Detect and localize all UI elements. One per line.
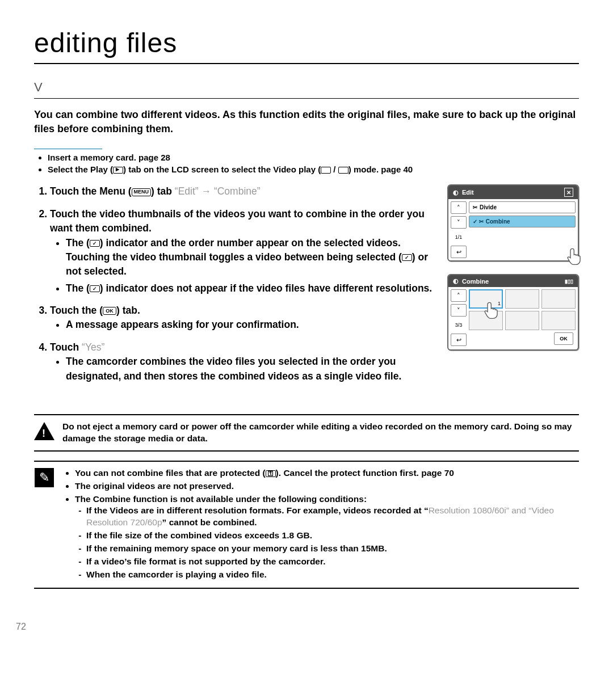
check-indicator-icon [90,285,100,292]
video-thumb [541,289,576,309]
note-item: You can not combine files that are prote… [75,467,579,479]
intro-text: You can combine two different videos. As… [34,108,579,136]
precheck-item: Insert a memory card. page 28 [48,153,579,162]
down-arrow-icon: ˅ [451,216,467,229]
step-1: Touch the Menu (MENU) tab “Edit” → “Comb… [50,184,437,199]
warning-note: Do not eject a memory card or power off … [34,414,579,452]
video-thumb [541,311,576,330]
return-icon: ↩ [451,334,467,346]
combine-title-icon: ◐ [453,277,459,285]
video-thumb [505,289,539,309]
close-icon: ✕ [564,188,573,197]
play-tab-icon [113,167,123,174]
sd-icon [338,167,349,174]
ok-button: OK [554,332,573,345]
step-2: Touch the video thumbnails of the videos… [50,207,437,296]
mock-screen-edit: ◐ Edit ✕ ˄ ˅ 1/1 ↩ ✂Divide ✓ ✂Combine [447,184,579,262]
step-3: Touch the (OK) tab. A message appears as… [50,303,437,332]
steps-list: Touch the Menu (MENU) tab “Edit” → “Comb… [34,184,437,383]
video-thumb: 1 [469,289,503,309]
page-indicator: 1/1 [451,231,467,243]
protect-lock-icon [266,470,276,477]
down-arrow-icon: ˅ [451,304,467,317]
step-4: Touch “Yes” The camcorder combines the v… [50,340,437,383]
precheck-item: Select the Play () tab on the LCD screen… [48,165,579,174]
note-item: The Combine function is not available un… [75,494,579,581]
mock-title: Edit [462,189,474,196]
page-indicator: 3/3 [451,319,467,331]
info-note: ✎ You can not combine files that are pro… [34,461,579,589]
battery-icon: ▮▯▯ [565,279,573,284]
up-arrow-icon: ˄ [451,289,467,302]
precheck-list: Insert a memory card. page 28 Select the… [34,153,579,174]
check-indicator-icon [402,254,412,261]
return-icon: ↩ [451,246,467,258]
warning-triangle-icon [34,421,54,441]
mock-title: Combine [462,278,489,285]
edit-title-icon: ◐ [453,189,459,196]
hd-icon [321,167,331,174]
menu-row-combine: ✓ ✂Combine [469,216,576,227]
menu-row-divide: ✂Divide [469,201,576,213]
chapter-title: editing ﬁles [34,27,579,64]
page-number: 72 [16,622,26,632]
note-pencil-icon: ✎ [34,467,54,488]
video-thumb [505,311,539,330]
section-title: V [34,80,579,99]
video-thumb [469,311,503,330]
note-item: The original videos are not preserved. [75,480,579,492]
check-indicator-icon [90,240,100,247]
mock-screen-combine: ◐ Combine ▮▯▯ ˄ ˅ 3/3 ↩ 1 [447,274,579,351]
menu-icon: MENU [132,188,152,196]
up-arrow-icon: ˄ [451,201,467,214]
precheck-divider [34,149,102,149]
ok-tab-icon: OK [103,307,116,315]
